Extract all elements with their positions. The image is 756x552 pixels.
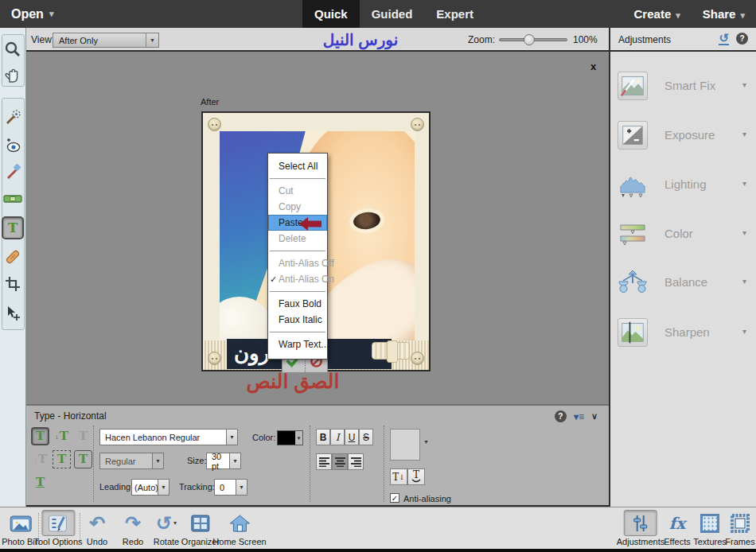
taskbar-undo[interactable]: ↶ Undo bbox=[80, 510, 114, 546]
toggle-text-orientation-button[interactable]: T↓ bbox=[390, 468, 407, 485]
collapse-panel-icon[interactable]: ∨ bbox=[591, 411, 598, 422]
reset-icon[interactable]: ↺ bbox=[719, 32, 729, 45]
divider bbox=[384, 426, 384, 502]
titlebar: Open ▾ Quick Guided Expert Create▾ Share… bbox=[0, 0, 756, 28]
align-right-button[interactable] bbox=[348, 453, 364, 470]
menu-separator bbox=[270, 291, 325, 292]
underline-button[interactable]: U bbox=[345, 429, 359, 445]
chevron-down-icon[interactable]: ▼ bbox=[226, 429, 238, 445]
help-icon[interactable]: ? bbox=[736, 33, 748, 45]
straighten-tool-button[interactable] bbox=[2, 187, 24, 210]
menu-item-warp-text[interactable]: Warp Text... bbox=[268, 336, 327, 352]
menu-item-anti-alias-off[interactable]: Anti-Alias Off bbox=[268, 255, 327, 271]
checkmark-icon: ✓ bbox=[270, 271, 277, 287]
vertical-type-mask-button[interactable]: ↓T bbox=[31, 450, 49, 468]
tab-guided[interactable]: Guided bbox=[360, 0, 425, 28]
menu-item-cut[interactable]: Cut bbox=[268, 183, 327, 199]
frame-button bbox=[411, 352, 424, 365]
exposure-icon bbox=[618, 121, 648, 150]
chevron-down-icon: ▾ bbox=[742, 228, 746, 237]
zoom-slider[interactable] bbox=[499, 38, 567, 41]
adjustment-sharpen[interactable]: Sharpen ▾ bbox=[610, 318, 756, 353]
antialias-checkbox[interactable]: ✓ bbox=[390, 493, 399, 503]
text-style-picker[interactable] bbox=[390, 429, 420, 461]
adjustment-smart-fix[interactable]: Smart Fix ▾ bbox=[610, 72, 756, 107]
chevron-down-icon: ▼ bbox=[146, 33, 158, 47]
leading-field[interactable]: (Auto) bbox=[131, 479, 158, 496]
bandage-icon bbox=[4, 248, 21, 266]
tab-quick[interactable]: Quick bbox=[302, 0, 360, 28]
menu-item-faux-bold[interactable]: Faux Bold bbox=[268, 296, 327, 312]
editor-canvas[interactable]: x After رون bbox=[26, 52, 609, 404]
help-icon[interactable]: ? bbox=[555, 410, 567, 422]
align-right-icon bbox=[351, 457, 361, 467]
red-eye-tool-button[interactable] bbox=[2, 134, 24, 157]
hand-tool-button[interactable] bbox=[2, 63, 24, 86]
chevron-down-icon[interactable]: ▼ bbox=[423, 439, 429, 445]
warp-text-button[interactable]: T bbox=[407, 468, 425, 485]
close-image-button[interactable]: x bbox=[590, 60, 596, 72]
size-field[interactable]: 30 pt bbox=[206, 453, 230, 469]
tab-expert[interactable]: Expert bbox=[424, 0, 485, 28]
font-style-dropdown[interactable]: Regular bbox=[99, 453, 153, 469]
chevron-down-icon[interactable]: ▼ bbox=[152, 453, 164, 469]
adjustment-lighting[interactable]: Lighting ▾ bbox=[610, 170, 756, 205]
text-on-selection-button[interactable]: T bbox=[53, 450, 71, 468]
text-on-shape-button[interactable]: T bbox=[74, 450, 92, 468]
frames-icon bbox=[723, 510, 756, 536]
taskbar: Photo Bin Tool Options ↶ Undo ↷ Redo ↺▾ … bbox=[0, 507, 756, 549]
type-tool-button[interactable]: T bbox=[2, 216, 24, 239]
taskbar-home-screen[interactable]: Home Screen bbox=[212, 510, 266, 546]
panel-menu-icon[interactable]: ▾≡ bbox=[574, 411, 584, 422]
whiten-teeth-tool-button[interactable] bbox=[2, 160, 24, 183]
chevron-down-icon: ▾ bbox=[676, 10, 680, 20]
taskbar-rotate[interactable]: ↺▾ Rotate bbox=[150, 510, 183, 546]
zoom-slider-thumb[interactable] bbox=[524, 34, 535, 45]
menu-item-copy[interactable]: Copy bbox=[268, 199, 327, 215]
crop-tool-button[interactable] bbox=[2, 272, 24, 295]
font-family-dropdown[interactable]: Hacen Lebanon Regular bbox=[99, 429, 227, 445]
open-menu-button[interactable]: Open ▾ bbox=[11, 0, 53, 28]
adjustment-color[interactable]: Color ▾ bbox=[610, 220, 756, 255]
move-tool-button[interactable] bbox=[2, 301, 24, 325]
taskbar-effects[interactable]: fx Effects bbox=[661, 510, 694, 546]
chevron-down-icon: ▾ bbox=[742, 80, 746, 89]
share-menu-button[interactable]: Share▾ bbox=[703, 7, 745, 21]
italic-button[interactable]: I bbox=[330, 429, 345, 445]
chevron-down-icon[interactable]: ▼ bbox=[229, 453, 241, 469]
view-dropdown[interactable]: After Only ▼ bbox=[53, 33, 159, 48]
menu-separator bbox=[270, 251, 325, 251]
menu-separator bbox=[270, 178, 325, 179]
menu-item-anti-alias-on[interactable]: ✓Anti-Alias On bbox=[268, 271, 327, 287]
horizontal-type-mask-button[interactable]: T bbox=[74, 427, 92, 445]
taskbar-textures[interactable]: Textures bbox=[693, 510, 727, 546]
smart-fix-icon bbox=[618, 72, 648, 100]
taskbar-frames[interactable]: Frames bbox=[723, 510, 756, 546]
adjustment-exposure[interactable]: Exposure ▾ bbox=[610, 121, 756, 156]
align-left-button[interactable] bbox=[316, 453, 332, 470]
text-color-swatch[interactable]: ▼ bbox=[277, 430, 303, 445]
tracking-field[interactable]: 0 bbox=[214, 479, 236, 496]
strikethrough-button[interactable]: S bbox=[359, 429, 373, 445]
zoom-tool-button[interactable] bbox=[2, 37, 24, 60]
adjustment-balance[interactable]: Balance ▾ bbox=[610, 268, 756, 303]
chevron-down-icon[interactable]: ▼ bbox=[236, 479, 247, 496]
menu-item-select-all[interactable]: Select All bbox=[268, 158, 327, 174]
taskbar-adjustments[interactable]: Adjustments bbox=[617, 510, 665, 546]
quick-selection-tool-button[interactable] bbox=[2, 105, 24, 128]
create-menu-button[interactable]: Create▾ bbox=[634, 7, 680, 21]
taskbar-tool-options[interactable]: Tool Options bbox=[33, 510, 82, 546]
chevron-down-icon[interactable]: ▼ bbox=[158, 479, 170, 496]
horizontal-type-button[interactable]: T bbox=[31, 427, 49, 445]
leading-label: Leading: bbox=[99, 482, 133, 492]
align-center-button[interactable] bbox=[332, 453, 348, 470]
divider bbox=[310, 426, 310, 502]
mode-tabs: Quick Guided Expert bbox=[302, 0, 485, 28]
menu-item-faux-italic[interactable]: Faux Italic bbox=[268, 312, 327, 328]
spot-healing-tool-button[interactable] bbox=[2, 245, 24, 268]
vertical-type-button[interactable]: ↓T bbox=[53, 427, 71, 445]
bold-button[interactable]: B bbox=[316, 429, 330, 445]
text-on-path-button[interactable]: T bbox=[31, 473, 49, 492]
photoshop-elements-window: Open ▾ Quick Guided Expert Create▾ Share… bbox=[0, 0, 756, 552]
taskbar-redo[interactable]: ↷ Redo bbox=[116, 510, 150, 546]
